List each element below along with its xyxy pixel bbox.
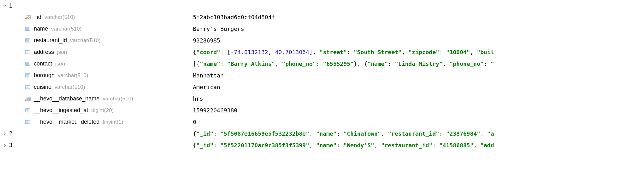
field-value[interactable]: 5f2abc103bad6d0cf04d804f [193, 14, 644, 20]
json-string: "41586885" [439, 142, 473, 149]
field-name: __hevo__database_name [34, 95, 99, 102]
field-value[interactable]: 0 [193, 119, 644, 125]
json-string: "5f5087e16659e5f532232b8e" [220, 130, 309, 137]
json-key: "name" [316, 130, 337, 137]
chevron-down-icon[interactable] [0, 4, 9, 8]
json-punct: { [193, 49, 196, 55]
field-name: borough [34, 72, 55, 79]
json-punct: : [439, 49, 446, 55]
json-punct: : [316, 60, 323, 67]
field-name: _id [34, 14, 41, 20]
field-type: varchar(510) [70, 37, 100, 44]
field-row-cuisine[interactable]: cuisine varchar(510) American [0, 81, 644, 93]
column-icon [24, 49, 31, 56]
json-punct: , [374, 142, 381, 149]
json-number: -74.0132132 [230, 49, 268, 55]
chevron-right-icon[interactable] [0, 144, 9, 147]
json-punct: { [193, 130, 196, 137]
json-punct: { [364, 60, 367, 67]
field-value[interactable]: Manhattan [193, 72, 644, 79]
json-punct: [ [193, 60, 196, 67]
json-punct: , [309, 130, 316, 137]
json-punct: : [439, 130, 446, 137]
json-punct: : [337, 130, 343, 137]
json-key: "add [480, 142, 494, 149]
json-punct: , [480, 130, 487, 137]
field-type: varchar(510) [103, 96, 133, 102]
column-icon [24, 37, 31, 44]
json-punct: : [213, 142, 220, 149]
record-row-3[interactable]: 3 {"_id": "5f52201170ac9c385f3f5399", "n… [0, 139, 644, 151]
key-column-icon [24, 95, 31, 102]
json-key: "name" [200, 60, 220, 67]
json-key: "name" [367, 60, 388, 67]
column-icon [24, 107, 31, 114]
json-punct: [ [227, 49, 230, 55]
field-row-borough[interactable]: borough varchar(510) Manhattan [0, 70, 644, 81]
field-type: tinyint(1) [103, 119, 123, 125]
field-type: varchar(510) [58, 72, 88, 79]
record-row-2[interactable]: 2 {"_id": "5f5087e16659e5f532232b8e", "n… [0, 128, 644, 139]
field-name: name [34, 26, 48, 32]
json-punct: , [357, 60, 364, 67]
field-name: cuisine [34, 84, 51, 90]
field-row-name[interactable]: name varchar(510) Barry's Burgers [0, 23, 644, 35]
json-punct: : [337, 142, 343, 149]
json-key: "_id" [196, 130, 213, 137]
json-punct: , [402, 49, 408, 55]
json-punct: : [220, 49, 227, 55]
field-row-id[interactable]: _id varchar(510) 5f2abc103bad6d0cf04d804… [0, 11, 644, 23]
json-key: "name" [316, 142, 337, 149]
field-value-json[interactable]: [{"name": "Barry Atkins", "phone_no": "6… [193, 60, 644, 67]
field-value[interactable]: 93286985 [193, 37, 644, 44]
field-row-contact[interactable]: contact json [{"name": "Barry Atkins", "… [0, 58, 644, 70]
json-string: " [491, 60, 494, 67]
field-type: bigint(20) [91, 107, 114, 114]
field-value[interactable]: Barry's Burgers [193, 26, 644, 32]
json-string: "Wendy'S" [343, 142, 374, 149]
svg-point-8 [25, 99, 27, 100]
json-punct: , [268, 49, 275, 55]
json-key: "buil [477, 49, 494, 55]
field-row-hevo-marked-deleted[interactable]: __hevo__marked_deleted tinyint(1) 0 [0, 116, 644, 128]
record-row-1-header[interactable]: 1 [0, 0, 644, 11]
key-column-icon [24, 14, 31, 21]
json-key: "phone_no" [282, 60, 316, 67]
json-string: "6555295" [323, 60, 354, 67]
json-string: "5f52201170ac9c385f3f5399" [220, 142, 309, 149]
field-value[interactable]: 1599220469380 [193, 107, 644, 114]
json-punct: , [381, 130, 388, 137]
json-key: "zipcode" [408, 49, 439, 55]
field-row-restaurant-id[interactable]: restaurant_id varchar(510) 93286985 [0, 35, 644, 46]
field-row-hevo-ingested-at[interactable]: __hevo__ingested_at bigint(20) 159922046… [0, 105, 644, 116]
json-string: "Linda Mistry" [395, 60, 443, 67]
field-row-address[interactable]: address json {"coord": [-74.0132132, 40.… [0, 46, 644, 58]
chevron-right-icon[interactable] [0, 132, 9, 136]
json-key: "a [487, 130, 494, 137]
json-punct: : [432, 142, 439, 149]
field-value[interactable]: American [193, 84, 644, 90]
field-type: json [57, 49, 67, 55]
json-punct: , [275, 60, 282, 67]
field-name: __hevo__marked_deleted [34, 119, 99, 125]
column-icon [24, 26, 31, 32]
json-string: "23876984" [446, 130, 480, 137]
field-type: varchar(510) [51, 26, 81, 32]
column-icon [24, 72, 31, 79]
result-panel: 1 _id varchar(510) 5f2abc103bad6d0cf04d8… [0, 0, 644, 151]
json-key: "phone_no" [450, 60, 484, 67]
row-number: 1 [9, 3, 17, 9]
json-key: "coord" [196, 49, 220, 55]
field-name: address [34, 49, 54, 55]
row-number: 2 [9, 130, 17, 137]
record-json-preview[interactable]: {"_id": "5f52201170ac9c385f3f5399", "nam… [193, 142, 644, 149]
field-row-hevo-database-name[interactable]: __hevo__database_name varchar(510) hrs [0, 93, 644, 105]
field-value[interactable]: hrs [193, 95, 644, 102]
json-string: "10004" [446, 49, 470, 55]
field-value-json[interactable]: {"coord": [-74.0132132, 40.7013064], "st… [193, 49, 644, 55]
json-punct: : [220, 60, 227, 67]
json-punct: { [196, 60, 200, 67]
record-json-preview[interactable]: {"_id": "5f5087e16659e5f532232b8e", "nam… [193, 130, 644, 137]
json-number: 40.7013064 [275, 49, 309, 55]
json-punct: { [193, 142, 196, 149]
